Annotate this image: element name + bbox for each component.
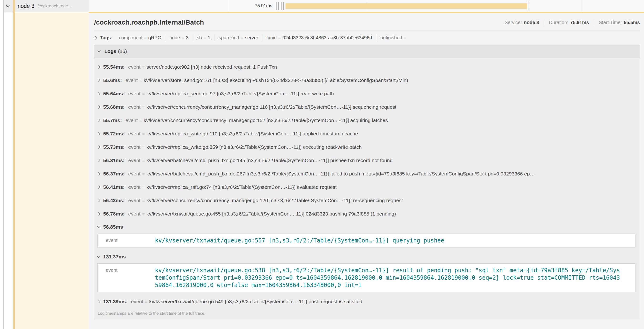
log-expand-chevron-icon[interactable]: [98, 132, 100, 136]
logs-header[interactable]: Logs (15): [94, 45, 640, 58]
log-row[interactable]: 56.78ms: event = kv/kvserver/txnwait/que…: [98, 207, 636, 220]
logs-count: (15): [118, 48, 127, 54]
span-detail-header: /cockroach.roachpb.Internal/Batch Servic…: [94, 13, 640, 31]
log-row[interactable]: 131.39ms: event = kv/kvserver/txnwait/qu…: [98, 295, 636, 308]
log-timestamp: 56.41ms:: [103, 184, 125, 190]
timeline-gridline: [228, 0, 228, 12]
log-field-key: event: [128, 158, 140, 163]
log-message: kv/kvserver/txnwait/queue.go:549 [n3,s3,…: [149, 299, 362, 304]
log-equals-sign: =: [142, 64, 145, 70]
timeline-tick: [280, 2, 280, 10]
start-time-label: Start Time:: [599, 20, 622, 25]
log-expand-chevron-icon[interactable]: [98, 199, 100, 202]
log-expanded-header[interactable]: 56.85ms: [98, 220, 636, 233]
log-expand-chevron-icon[interactable]: [98, 146, 100, 149]
log-expanded-header[interactable]: 131.37ms: [98, 250, 636, 263]
log-message: kv/kvserver/concurrency/concurrency_mana…: [144, 118, 388, 123]
service-value: node 3: [524, 20, 539, 25]
log-expand-chevron-icon[interactable]: [98, 212, 100, 216]
span-service-name: node 3: [18, 3, 34, 9]
log-message: kv/kvserver/batcheval/cmd_push_txn.go:26…: [146, 171, 534, 177]
log-entry-expanded: 56.85ms event kv/kvserver/txnwait/queue.…: [98, 220, 636, 248]
log-expand-chevron-icon[interactable]: [98, 186, 100, 189]
tag-key: node: [170, 35, 180, 40]
log-expand-chevron-icon[interactable]: [98, 300, 100, 303]
log-message: kv/kvserver/replica_write.go:359 [n3,s3,…: [146, 144, 362, 150]
log-message: kv/kvserver/store_send.go:161 [n3,s3] ex…: [144, 78, 408, 83]
span-duration-bar[interactable]: [286, 3, 527, 9]
tag-key: sb: [197, 35, 202, 40]
log-timestamp: 56.78ms:: [103, 211, 125, 217]
span-overview: Service: node 3 | Duration: 75.91ms | St…: [504, 20, 640, 25]
log-row[interactable]: 55.73ms: event = kv/kvserver/replica_wri…: [98, 140, 636, 154]
span-title: /cockroach.roachpb.Internal/Batch: [94, 18, 204, 26]
tag-item: node = 3: [165, 34, 192, 41]
log-equals-sign: =: [145, 299, 148, 304]
log-field-key: event: [128, 171, 140, 177]
log-equals-sign: =: [140, 118, 142, 123]
log-entry-expanded: 131.37ms event kv/kvserver/txnwait/queue…: [98, 250, 636, 292]
log-equals-sign: =: [142, 198, 145, 203]
log-timestamp: 56.43ms:: [103, 198, 125, 203]
tag-equals-sign: =: [404, 35, 406, 40]
span-operation-name: /cockroach.roach…: [38, 4, 73, 8]
log-expand-chevron-icon[interactable]: [98, 172, 100, 176]
tag-equals-sign: =: [182, 35, 184, 40]
logs-title: Logs: [104, 48, 116, 54]
timeline-ruler[interactable]: 75.91ms: [89, 0, 644, 12]
log-expand-chevron-icon[interactable]: [98, 65, 100, 69]
log-expand-chevron-icon[interactable]: [98, 92, 100, 95]
span-row-header[interactable]: node 3 /cockroach.roach…: [4, 0, 89, 12]
service-label: Service:: [504, 20, 522, 25]
log-row[interactable]: 55.68ms: event = kv/kvserver/concurrency…: [98, 100, 636, 114]
log-expand-chevron-icon[interactable]: [98, 79, 100, 82]
start-time-value: 55.5ms: [624, 20, 640, 25]
tag-item: txnid = 024d3323-6c8f-4863-aa8b-37ab0e63…: [262, 34, 376, 41]
timeline-tick: [278, 2, 278, 10]
log-row[interactable]: 56.31ms: event = kv/kvserver/batcheval/c…: [98, 154, 636, 167]
log-field-key: event: [128, 198, 140, 203]
tag-equals-sign: =: [144, 35, 147, 40]
tags-row[interactable]: Tags: component = gRPC node = 3 sb = 1 s…: [94, 31, 640, 44]
log-message: kv/kvserver/replica_raft.go:74 [n3,s3,r6…: [146, 184, 336, 190]
tags-expand-chevron-icon[interactable]: [94, 36, 97, 39]
log-timestamp: 55.64ms:: [103, 91, 125, 96]
tag-key: unfinished: [380, 35, 402, 40]
tag-value: 1: [208, 35, 210, 40]
log-equals-sign: =: [142, 91, 145, 96]
overview-separator: |: [544, 20, 544, 25]
log-collapse-chevron-icon[interactable]: [97, 254, 100, 258]
log-collapse-chevron-icon[interactable]: [97, 224, 100, 228]
tag-item: span.kind = server: [214, 34, 262, 41]
logs-footer-note: Log timestamps are relative to the start…: [94, 308, 640, 320]
log-expand-chevron-icon[interactable]: [98, 119, 100, 122]
log-message: server/node.go:902 [n3] node received re…: [146, 64, 277, 70]
tags-list: component = gRPC node = 3 sb = 1 span.ki…: [115, 34, 412, 41]
log-row[interactable]: 55.6ms: event = kv/kvserver/store_send.g…: [98, 74, 636, 87]
collapse-span-chevron-icon[interactable]: [6, 4, 10, 7]
timeline-tick: [282, 2, 282, 10]
tag-equals-sign: =: [241, 35, 243, 40]
log-field-key: event: [98, 267, 155, 273]
log-equals-sign: =: [140, 78, 142, 83]
log-row[interactable]: 56.37ms: event = kv/kvserver/batcheval/c…: [98, 167, 636, 180]
logs-collapse-chevron-icon[interactable]: [98, 49, 101, 52]
log-expand-chevron-icon[interactable]: [98, 106, 100, 109]
log-equals-sign: =: [142, 105, 145, 110]
log-equals-sign: =: [142, 158, 145, 163]
tag-item: sb = 1: [192, 34, 214, 41]
log-message: kv/kvserver/concurrency/concurrency_mana…: [146, 104, 396, 110]
log-row[interactable]: 55.64ms: event = kv/kvserver/replica_sen…: [98, 87, 636, 100]
log-expand-chevron-icon[interactable]: [98, 159, 100, 162]
logs-section: Logs (15) 55.54ms: event = server/node.g…: [94, 45, 640, 320]
log-timestamp: 56.85ms: [103, 224, 123, 230]
log-row[interactable]: 55.54ms: event = server/node.go:902 [n3]…: [98, 60, 636, 74]
log-equals-sign: =: [142, 131, 145, 136]
tag-item: unfinished =: [376, 34, 412, 41]
tag-key: span.kind: [219, 35, 239, 40]
span-name-column-highlight: [15, 12, 89, 329]
log-row[interactable]: 55.72ms: event = kv/kvserver/replica_wri…: [98, 127, 636, 140]
log-row[interactable]: 55.7ms: event = kv/kvserver/concurrency/…: [98, 114, 636, 127]
log-row[interactable]: 56.43ms: event = kv/kvserver/concurrency…: [98, 194, 636, 207]
log-row[interactable]: 56.41ms: event = kv/kvserver/replica_raf…: [98, 180, 636, 194]
